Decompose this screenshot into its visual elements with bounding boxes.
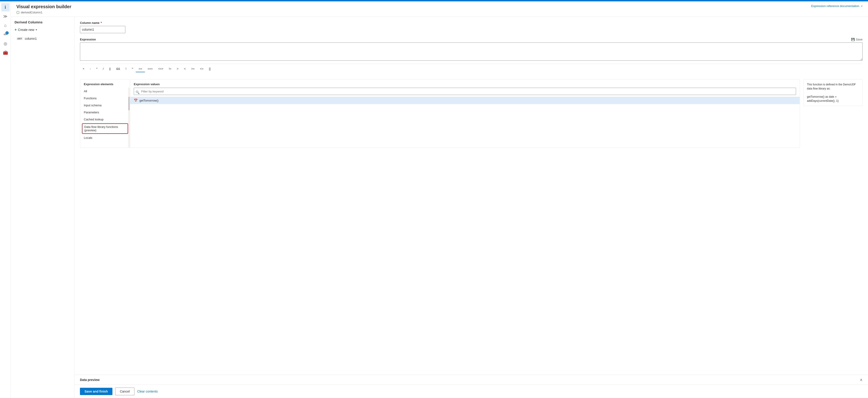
value-item-label: getTomorrow(): [140, 99, 158, 102]
filter-input[interactable]: [134, 88, 796, 95]
filter-container: 🔍: [130, 88, 800, 97]
scrollbar-track: [128, 88, 130, 147]
expression-elements-panel: Expression elements All Functions Input …: [80, 80, 130, 147]
column-name-input[interactable]: [80, 26, 125, 33]
op-and[interactable]: &&: [113, 66, 123, 72]
main-content: Column name * Expression 💾 Save: [74, 17, 868, 375]
op-minus[interactable]: -: [87, 66, 94, 72]
tooltip-text: This function is defined in the DemoUDF …: [807, 83, 856, 102]
sidebar-item-briefcase[interactable]: 🧰: [1, 49, 9, 57]
op-multiply[interactable]: *: [94, 66, 100, 72]
sidebar-item-info[interactable]: ℹ: [1, 3, 9, 11]
header-right: Expression reference documentation ↗: [811, 4, 863, 8]
column-item-name: column1: [25, 37, 37, 40]
save-label: Save: [856, 38, 863, 41]
elem-data-flow-library[interactable]: Data flow library functions (preview): [82, 123, 128, 134]
clear-contents-button[interactable]: Clear contents: [137, 388, 158, 395]
elem-cached-lookup[interactable]: Cached lookup: [80, 116, 130, 123]
sidebar-item-target[interactable]: ◎: [1, 39, 9, 48]
op-exclaim[interactable]: !: [123, 66, 129, 72]
subtitle-text: derivedColumn1: [21, 11, 42, 14]
op-plus[interactable]: +: [80, 66, 87, 72]
elem-parameters[interactable]: Parameters: [80, 109, 130, 116]
sidebar-item-home[interactable]: ⌂: [1, 21, 9, 30]
op-spaceship[interactable]: <=>: [155, 66, 166, 72]
elem-input-schema[interactable]: Input schema: [80, 102, 130, 109]
sidebar-item-edit[interactable]: ✏ 2: [1, 30, 9, 39]
create-new-button[interactable]: + Create new ▾: [14, 27, 71, 33]
notification-badge: 2: [5, 31, 9, 34]
column-name-field: Column name *: [80, 21, 863, 33]
main-layout: ℹ ≫ ⌂ ✏ 2 ◎ 🧰 Visual expression builder …: [0, 1, 868, 398]
sidebar-item-expand[interactable]: ≫: [1, 12, 9, 21]
page-title: Visual expression builder: [17, 4, 71, 9]
expression-header: Expression 💾 Save: [80, 38, 863, 41]
chevron-down-icon: ▾: [36, 28, 37, 31]
cancel-button[interactable]: Cancel: [115, 388, 135, 395]
op-gt[interactable]: >: [174, 66, 181, 72]
op-neq[interactable]: !=: [166, 66, 174, 72]
elem-functions[interactable]: Functions: [80, 95, 130, 102]
list-item[interactable]: ANY column1: [14, 35, 71, 42]
op-divide[interactable]: /: [100, 66, 106, 72]
op-pipe[interactable]: ||: [106, 66, 114, 72]
derived-column-icon: ⬡: [17, 10, 20, 14]
expression-section: Expression 💾 Save: [80, 38, 863, 61]
data-preview-bar: Data preview ∧: [74, 375, 868, 385]
expr-bottom-container: Expression elements All Functions Input …: [80, 76, 863, 148]
elem-locals[interactable]: Locals: [80, 134, 130, 141]
body-split: Derived Columns + Create new ▾ ANY colum…: [11, 17, 868, 398]
derived-columns-title: Derived Columns: [14, 20, 71, 24]
expression-label: Expression: [80, 38, 96, 41]
elements-scroll-container: All Functions Input schema Parameters Ca…: [80, 88, 130, 147]
expression-elements-title: Expression elements: [80, 80, 130, 88]
op-bracket[interactable]: []: [206, 66, 213, 72]
op-caret[interactable]: ^: [129, 66, 136, 72]
header-left: Visual expression builder ⬡ derivedColum…: [17, 4, 71, 14]
external-link-icon: ↗: [861, 5, 863, 7]
header: Visual expression builder ⬡ derivedColum…: [11, 1, 868, 17]
data-preview-title: Data preview: [80, 378, 99, 381]
expression-reference-link[interactable]: Expression reference documentation ↗: [811, 4, 863, 8]
op-gte[interactable]: >=: [188, 66, 197, 72]
save-icon: 💾: [851, 38, 855, 41]
save-and-finish-button[interactable]: Save and finish: [80, 388, 113, 395]
content-area: Visual expression builder ⬡ derivedColum…: [11, 1, 868, 398]
header-subtitle: ⬡ derivedColumn1: [17, 10, 71, 14]
expression-save-button[interactable]: 💾 Save: [851, 38, 863, 41]
any-badge: ANY: [17, 37, 23, 40]
plus-icon: +: [14, 28, 17, 32]
required-star: *: [100, 21, 102, 25]
left-panel: Derived Columns + Create new ▾ ANY colum…: [11, 17, 74, 398]
op-lte[interactable]: <=: [197, 66, 206, 72]
expression-editor[interactable]: [80, 42, 863, 61]
scrollbar-thumb: [128, 97, 130, 111]
search-icon: 🔍: [135, 90, 140, 94]
sidebar-icons: ℹ ≫ ⌂ ✏ 2 ◎ 🧰: [0, 1, 11, 398]
column-name-label: Column name *: [80, 21, 863, 25]
list-item[interactable]: 📅 getTomorrow(): [130, 97, 800, 104]
calendar-icon: 📅: [134, 99, 137, 102]
operators-bar: + - * / || && ! ^ == === <=> != > <: [80, 64, 863, 72]
expr-bottom: Expression elements All Functions Input …: [80, 80, 800, 148]
collapse-data-preview-button[interactable]: ∧: [860, 377, 863, 382]
expression-values-panel: Expression values 🔍 📅 getTomorrow(): [130, 80, 800, 147]
elements-list-scroll[interactable]: All Functions Input schema Parameters Ca…: [80, 88, 130, 147]
tooltip-panel: This function is defined in the DemoUDF …: [804, 80, 863, 106]
value-list: 📅 getTomorrow(): [130, 97, 800, 147]
create-new-label: Create new: [18, 28, 34, 32]
elem-all[interactable]: All: [80, 88, 130, 95]
main-panel: Column name * Expression 💾 Save: [74, 17, 868, 398]
expression-values-title: Expression values: [130, 80, 800, 88]
op-eq[interactable]: ==: [136, 66, 145, 72]
op-lt[interactable]: <: [181, 66, 188, 72]
op-strict-eq[interactable]: ===: [145, 66, 156, 72]
footer: Save and finish Cancel Clear contents: [74, 385, 868, 398]
